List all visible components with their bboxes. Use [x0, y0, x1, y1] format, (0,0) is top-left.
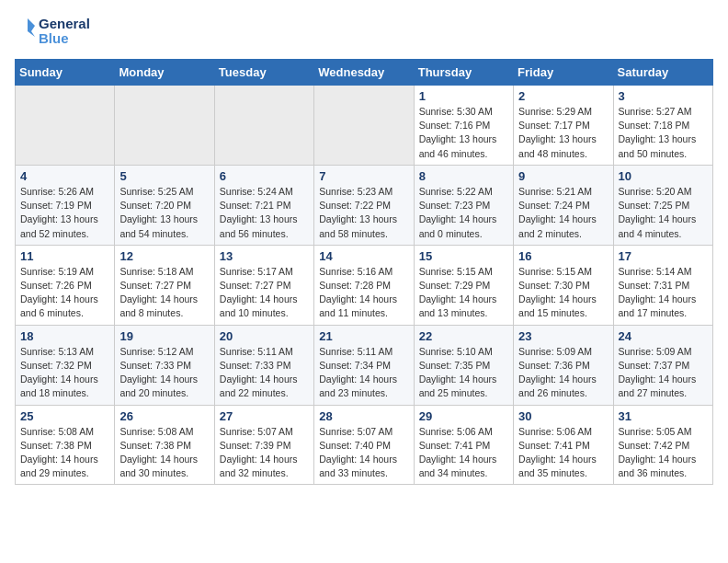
day-info: Sunrise: 5:23 AM Sunset: 7:22 PM Dayligh… [319, 185, 408, 241]
calendar-cell: 13Sunrise: 5:17 AM Sunset: 7:27 PM Dayli… [214, 245, 313, 325]
calendar-cell: 19Sunrise: 5:12 AM Sunset: 7:33 PM Dayli… [115, 325, 214, 405]
calendar-cell: 24Sunrise: 5:09 AM Sunset: 7:37 PM Dayli… [613, 325, 712, 405]
day-number: 6 [220, 169, 309, 183]
weekday-header-saturday: Saturday [613, 60, 712, 86]
weekday-header-tuesday: Tuesday [214, 60, 313, 86]
day-number: 16 [518, 249, 608, 263]
week-row-2: 4Sunrise: 5:26 AM Sunset: 7:19 PM Daylig… [16, 165, 713, 245]
page-header: General Blue [15, 15, 713, 48]
calendar-cell: 15Sunrise: 5:15 AM Sunset: 7:29 PM Dayli… [414, 245, 513, 325]
day-info: Sunrise: 5:18 AM Sunset: 7:27 PM Dayligh… [119, 265, 209, 321]
day-info: Sunrise: 5:08 AM Sunset: 7:38 PM Dayligh… [119, 425, 209, 481]
day-info: Sunrise: 5:16 AM Sunset: 7:28 PM Dayligh… [319, 265, 408, 321]
calendar-cell: 27Sunrise: 5:07 AM Sunset: 7:39 PM Dayli… [214, 405, 313, 485]
weekday-header-thursday: Thursday [414, 60, 513, 86]
calendar-cell: 31Sunrise: 5:05 AM Sunset: 7:42 PM Dayli… [613, 405, 712, 485]
svg-marker-0 [28, 18, 35, 37]
week-row-4: 18Sunrise: 5:13 AM Sunset: 7:32 PM Dayli… [16, 325, 713, 405]
day-number: 8 [419, 169, 508, 183]
logo-icon [15, 15, 37, 48]
calendar-cell: 7Sunrise: 5:23 AM Sunset: 7:22 PM Daylig… [314, 165, 414, 245]
day-number: 20 [220, 329, 309, 343]
day-info: Sunrise: 5:06 AM Sunset: 7:41 PM Dayligh… [419, 425, 508, 481]
day-info: Sunrise: 5:26 AM Sunset: 7:19 PM Dayligh… [20, 185, 109, 241]
day-number: 7 [319, 169, 408, 183]
day-number: 5 [119, 169, 209, 183]
weekday-header-wednesday: Wednesday [314, 60, 414, 86]
week-row-1: 1Sunrise: 5:30 AM Sunset: 7:16 PM Daylig… [16, 86, 713, 166]
logo-blue: Blue [39, 31, 90, 47]
day-info: Sunrise: 5:19 AM Sunset: 7:26 PM Dayligh… [20, 265, 109, 321]
day-info: Sunrise: 5:17 AM Sunset: 7:27 PM Dayligh… [220, 265, 309, 321]
calendar-cell: 11Sunrise: 5:19 AM Sunset: 7:26 PM Dayli… [16, 245, 115, 325]
day-number: 3 [619, 89, 708, 103]
calendar-cell: 3Sunrise: 5:27 AM Sunset: 7:18 PM Daylig… [613, 86, 712, 166]
day-number: 31 [619, 409, 708, 423]
calendar-cell: 25Sunrise: 5:08 AM Sunset: 7:38 PM Dayli… [16, 405, 115, 485]
calendar-cell [214, 86, 313, 166]
day-number: 11 [20, 249, 109, 263]
day-number: 1 [419, 89, 508, 103]
day-number: 25 [20, 409, 109, 423]
day-info: Sunrise: 5:08 AM Sunset: 7:38 PM Dayligh… [20, 425, 109, 481]
day-number: 2 [518, 89, 608, 103]
day-info: Sunrise: 5:25 AM Sunset: 7:20 PM Dayligh… [119, 185, 209, 241]
day-number: 19 [119, 329, 209, 343]
day-info: Sunrise: 5:21 AM Sunset: 7:24 PM Dayligh… [518, 185, 608, 241]
calendar-cell: 1Sunrise: 5:30 AM Sunset: 7:16 PM Daylig… [414, 86, 513, 166]
calendar-cell: 4Sunrise: 5:26 AM Sunset: 7:19 PM Daylig… [16, 165, 115, 245]
day-number: 22 [419, 329, 508, 343]
logo-general: General [39, 17, 90, 32]
week-row-3: 11Sunrise: 5:19 AM Sunset: 7:26 PM Dayli… [16, 245, 713, 325]
day-number: 21 [319, 329, 408, 343]
day-info: Sunrise: 5:06 AM Sunset: 7:41 PM Dayligh… [518, 425, 608, 481]
day-info: Sunrise: 5:09 AM Sunset: 7:36 PM Dayligh… [518, 345, 608, 401]
calendar-cell: 14Sunrise: 5:16 AM Sunset: 7:28 PM Dayli… [314, 245, 414, 325]
day-info: Sunrise: 5:11 AM Sunset: 7:34 PM Dayligh… [319, 345, 408, 401]
day-info: Sunrise: 5:15 AM Sunset: 7:30 PM Dayligh… [518, 265, 608, 321]
day-info: Sunrise: 5:24 AM Sunset: 7:21 PM Dayligh… [220, 185, 309, 241]
calendar-cell: 21Sunrise: 5:11 AM Sunset: 7:34 PM Dayli… [314, 325, 414, 405]
day-info: Sunrise: 5:05 AM Sunset: 7:42 PM Dayligh… [619, 425, 708, 481]
day-number: 17 [619, 249, 708, 263]
calendar-cell: 23Sunrise: 5:09 AM Sunset: 7:36 PM Dayli… [514, 325, 613, 405]
weekday-header-friday: Friday [514, 60, 613, 86]
day-info: Sunrise: 5:11 AM Sunset: 7:33 PM Dayligh… [220, 345, 309, 401]
day-number: 15 [419, 249, 508, 263]
day-info: Sunrise: 5:07 AM Sunset: 7:39 PM Dayligh… [220, 425, 309, 481]
day-number: 12 [119, 249, 209, 263]
day-number: 13 [220, 249, 309, 263]
calendar-cell [314, 86, 414, 166]
weekday-header-monday: Monday [115, 60, 214, 86]
week-row-5: 25Sunrise: 5:08 AM Sunset: 7:38 PM Dayli… [16, 405, 713, 485]
day-info: Sunrise: 5:13 AM Sunset: 7:32 PM Dayligh… [20, 345, 109, 401]
day-info: Sunrise: 5:20 AM Sunset: 7:25 PM Dayligh… [619, 185, 708, 241]
calendar-cell: 8Sunrise: 5:22 AM Sunset: 7:23 PM Daylig… [414, 165, 513, 245]
logo-container: General Blue [15, 15, 90, 48]
calendar-cell: 16Sunrise: 5:15 AM Sunset: 7:30 PM Dayli… [514, 245, 613, 325]
day-info: Sunrise: 5:22 AM Sunset: 7:23 PM Dayligh… [419, 185, 508, 241]
calendar-cell: 28Sunrise: 5:07 AM Sunset: 7:40 PM Dayli… [314, 405, 414, 485]
day-info: Sunrise: 5:14 AM Sunset: 7:31 PM Dayligh… [619, 265, 708, 321]
day-number: 9 [518, 169, 608, 183]
calendar-cell: 6Sunrise: 5:24 AM Sunset: 7:21 PM Daylig… [214, 165, 313, 245]
calendar-cell: 22Sunrise: 5:10 AM Sunset: 7:35 PM Dayli… [414, 325, 513, 405]
day-number: 30 [518, 409, 608, 423]
calendar-cell: 9Sunrise: 5:21 AM Sunset: 7:24 PM Daylig… [514, 165, 613, 245]
calendar-cell: 30Sunrise: 5:06 AM Sunset: 7:41 PM Dayli… [514, 405, 613, 485]
day-info: Sunrise: 5:10 AM Sunset: 7:35 PM Dayligh… [419, 345, 508, 401]
day-number: 18 [20, 329, 109, 343]
day-number: 26 [119, 409, 209, 423]
day-number: 23 [518, 329, 608, 343]
day-number: 28 [319, 409, 408, 423]
day-info: Sunrise: 5:12 AM Sunset: 7:33 PM Dayligh… [119, 345, 209, 401]
calendar-cell: 10Sunrise: 5:20 AM Sunset: 7:25 PM Dayli… [613, 165, 712, 245]
calendar-cell: 2Sunrise: 5:29 AM Sunset: 7:17 PM Daylig… [514, 86, 613, 166]
calendar-cell: 26Sunrise: 5:08 AM Sunset: 7:38 PM Dayli… [115, 405, 214, 485]
calendar-cell [115, 86, 214, 166]
day-info: Sunrise: 5:27 AM Sunset: 7:18 PM Dayligh… [619, 105, 708, 161]
day-number: 27 [220, 409, 309, 423]
day-info: Sunrise: 5:09 AM Sunset: 7:37 PM Dayligh… [619, 345, 708, 401]
day-info: Sunrise: 5:15 AM Sunset: 7:29 PM Dayligh… [419, 265, 508, 321]
day-info: Sunrise: 5:30 AM Sunset: 7:16 PM Dayligh… [419, 105, 508, 161]
